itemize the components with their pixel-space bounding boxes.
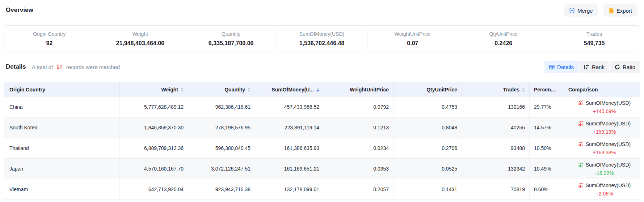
tab-ratio[interactable]: Ratio: [610, 61, 640, 73]
export-button[interactable]: Export: [603, 4, 637, 17]
cell-weight-unit-price: 0.0792: [324, 97, 393, 117]
stat-label: SumOfMoney(USD): [277, 30, 367, 38]
sort-desc-icon: [181, 90, 184, 92]
stat-value: 549,735: [549, 39, 640, 48]
stat-label: Weight: [95, 30, 186, 38]
ratio-circular-icon: [615, 64, 620, 70]
comparison-metric-line: SumOfMoney(USD): [578, 161, 631, 168]
column-label: QtyUnitPrice: [426, 87, 457, 93]
overview-page: Overview Merge Export Origin Country 92 …: [0, 0, 644, 200]
records-suffix: records were matched: [66, 64, 120, 70]
trend-down-chart-icon: [578, 162, 584, 167]
column-header-comparison: Comparison: [564, 82, 640, 97]
comparison-metric: SumOfMoney(USD): [586, 161, 631, 168]
cell-sum-of-money: 457,433,966.52: [255, 97, 324, 117]
cell-origin-country: South Korea: [4, 117, 120, 138]
table-grid-icon: [549, 64, 555, 70]
cell-weight-unit-price: 0.1213: [324, 117, 393, 138]
column-header-trades[interactable]: Trades: [462, 82, 530, 97]
stat-label: WeightUnitPrice: [367, 30, 458, 38]
stat-label: Trades: [549, 30, 640, 38]
cell-weight-unit-price: 0.0353: [324, 159, 393, 179]
cell-comparison: SumOfMoney(USD) +2.06%: [564, 179, 640, 199]
column-header-weight-unit-price: WeightUnitPrice: [324, 82, 393, 97]
column-label: Quantity: [224, 87, 245, 93]
cell-sum-of-money: 161,169,651.21: [255, 159, 324, 179]
column-header-qty-unit-price: QtyUnitPrice: [393, 82, 462, 97]
column-label: Percen...: [534, 87, 555, 93]
trend-up-chart-icon: [578, 100, 584, 106]
stat-origin-country: Origin Country 92: [4, 29, 95, 49]
column-header-weight[interactable]: Weight: [120, 82, 188, 97]
sort-asc-icon: [316, 87, 319, 89]
cell-quantity: 923,943,716.38: [188, 179, 255, 199]
sort-toggle[interactable]: [522, 87, 525, 92]
comparison-change: +2.06%: [596, 190, 613, 197]
cell-comparison: SumOfMoney(USD) +163.38%: [564, 138, 640, 158]
cell-qty-unit-price: 0.0525: [393, 159, 462, 179]
cell-weight: 5,777,628,489.12: [120, 97, 188, 117]
cell-origin-country: Japan: [4, 159, 120, 179]
tab-details[interactable]: Details: [544, 61, 578, 73]
tab-rank[interactable]: Rank: [579, 61, 609, 73]
cell-weight-unit-price: 0.2057: [324, 179, 393, 199]
sort-desc-icon: [248, 90, 251, 92]
sort-desc-icon: [522, 90, 525, 92]
comparison-change: -16.22%: [595, 169, 614, 177]
sort-toggle[interactable]: [181, 87, 184, 92]
comparison-metric-line: SumOfMoney(USD): [578, 99, 631, 107]
column-header-origin-country: Origin Country: [4, 82, 120, 97]
comparison-metric: SumOfMoney(USD): [586, 182, 631, 189]
comparison-metric-line: SumOfMoney(USD): [578, 182, 631, 189]
tab-ratio-label: Ratio: [623, 64, 635, 70]
cell-trades: 93488: [462, 138, 530, 158]
stat-quantity: Quantity 6,335,187,700.06: [186, 29, 277, 49]
overview-stats-card: Origin Country 92 Weight 21,948,403,464.…: [4, 25, 640, 52]
trend-up-chart-icon: [578, 182, 584, 188]
sort-toggle[interactable]: [248, 87, 251, 92]
comparison-metric: SumOfMoney(USD): [586, 141, 631, 148]
top-actions: Merge Export: [564, 4, 637, 17]
sort-toggle[interactable]: [316, 87, 319, 92]
column-label: Trades: [503, 87, 519, 93]
cell-sum-of-money: 132,178,099.01: [255, 179, 324, 199]
table-row: China 5,777,628,489.12 962,386,418.61 45…: [4, 97, 640, 117]
table-header-row: Origin Country Weight Quantity SumOfMone…: [4, 82, 640, 97]
column-header-percentage: Percen...: [530, 82, 564, 97]
merge-button[interactable]: Merge: [564, 4, 598, 17]
comparison-change: +163.38%: [593, 149, 616, 156]
column-label: SumOfMoney(U...: [272, 87, 314, 93]
cell-quantity: 596,300,840.45: [188, 138, 255, 158]
cell-quantity: 3,072,126,247.51: [188, 159, 255, 179]
stat-qty-unit-price: QtyUnitPrice 0.2426: [458, 29, 549, 49]
comparison-metric-line: SumOfMoney(USD): [578, 141, 631, 148]
column-header-sum-of-money[interactable]: SumOfMoney(U...: [255, 82, 324, 97]
cell-trades: 132342: [462, 159, 530, 179]
details-title: Details: [6, 63, 26, 70]
column-header-quantity[interactable]: Quantity: [188, 82, 255, 97]
cell-trades: 40255: [462, 117, 530, 138]
column-label: Origin Country: [9, 87, 45, 93]
column-label: WeightUnitPrice: [350, 87, 389, 93]
cell-sum-of-money: 161,386,635.93: [255, 138, 324, 158]
stat-label: QtyUnitPrice: [458, 30, 549, 38]
stat-value: 6,335,187,700.06: [186, 39, 277, 48]
table-row: Thailand 6,889,709,312.36 596,300,840.45…: [4, 138, 640, 159]
stat-label: Quantity: [186, 30, 277, 38]
stat-value: 1,536,702,446.48: [277, 39, 367, 48]
column-label: Weight: [161, 87, 178, 93]
top-bar: Overview Merge Export: [0, 0, 644, 17]
records-count: 92: [55, 64, 64, 70]
cell-percentage: 14.57%: [530, 117, 564, 138]
stat-weight: Weight 21,948,403,464.06: [95, 29, 186, 49]
stat-sum-of-money: SumOfMoney(USD) 1,536,702,446.48: [277, 29, 367, 49]
details-table: Origin Country Weight Quantity SumOfMone…: [4, 82, 640, 200]
details-summary: Details A total of 92 records were match…: [6, 63, 120, 70]
cell-quantity: 278,198,576.95: [188, 117, 255, 138]
table-row: Vietnam 642,713,920.04 923,943,716.38 13…: [4, 179, 640, 200]
comparison-metric: SumOfMoney(USD): [586, 120, 631, 127]
details-bar: Details A total of 92 records were match…: [6, 61, 640, 73]
cell-qty-unit-price: 0.1431: [393, 179, 462, 199]
merge-button-label: Merge: [577, 8, 593, 14]
cell-origin-country: China: [4, 97, 120, 117]
